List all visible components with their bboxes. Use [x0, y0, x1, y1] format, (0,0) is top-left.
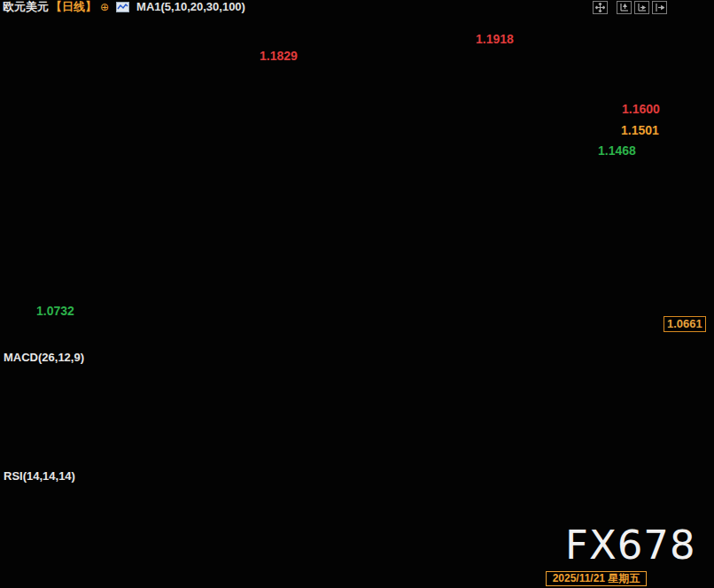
rsi-title: RSI(14,14,14) [4, 469, 75, 483]
peak-label-1: 1.1829 [260, 49, 298, 63]
expand-icon[interactable]: ⊕ [100, 1, 109, 13]
low-label-1: 1.0732 [36, 304, 74, 318]
price-chart-canvas[interactable] [0, 0, 714, 588]
shift-right-icon[interactable] [652, 1, 667, 14]
macd-label-row: MACD(26,12,9) [4, 351, 93, 364]
peak-label-2: 1.1918 [476, 32, 514, 46]
pan-icon[interactable] [593, 1, 608, 14]
macd-title: MACD(26,12,9) [4, 351, 84, 364]
chart-header: 欧元美元 【日线】 ⊕ MA1(5,10,20,30,100) [3, 0, 252, 13]
resistance-level-label: 1.1600 [622, 102, 660, 116]
mini-chart-icon[interactable] [116, 2, 129, 12]
symbol-title: 欧元美元 [3, 0, 49, 15]
last-price-label: 1.1501 [621, 123, 659, 137]
watermark-logo: FX678 [565, 522, 696, 569]
current-date-badge: 2025/11/21 星期五 [546, 571, 647, 586]
axis-lowest-label: 1.0661 [664, 316, 706, 332]
ma-settings-label: MA1(5,10,20,30,100) [136, 0, 245, 13]
axis-y-scale-icon[interactable] [617, 1, 632, 14]
low-label-2: 1.1468 [598, 143, 636, 158]
chart-toolbar [593, 1, 667, 14]
axis-x-scale-icon[interactable] [634, 1, 649, 14]
rsi-label-row: RSI(14,14,14) [4, 469, 84, 483]
app-root: 欧元美元 【日线】 ⊕ MA1(5,10,20,30,100) [0, 0, 714, 588]
period-label: 【日线】 [50, 0, 97, 15]
